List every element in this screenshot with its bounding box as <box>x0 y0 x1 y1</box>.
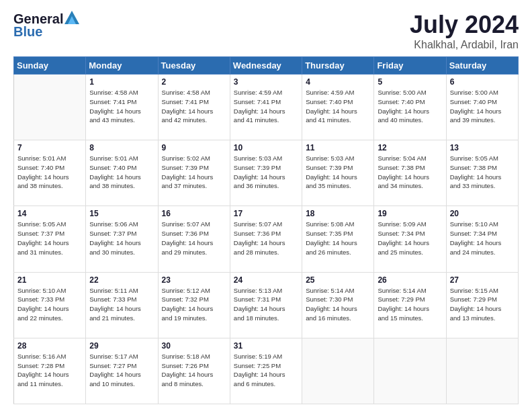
sunrise-label: Sunrise: 4:59 AM <box>234 89 282 96</box>
daylight-minutes: and 35 minutes. <box>306 182 351 189</box>
day-number: 10 <box>234 143 298 152</box>
daylight-minutes: and 30 minutes. <box>89 248 135 256</box>
calendar-week-0: 1Sunrise: 4:58 AMSunset: 7:41 PMDaylight… <box>14 75 519 140</box>
day-number: 16 <box>162 209 226 218</box>
calendar-body: 1Sunrise: 4:58 AMSunset: 7:41 PMDaylight… <box>14 75 519 404</box>
sunrise-label: Sunrise: 5:15 AM <box>450 287 498 294</box>
col-tuesday: Tuesday <box>158 57 230 75</box>
daylight-label: Daylight: 14 hours <box>378 239 429 246</box>
day-number: 31 <box>234 341 298 351</box>
daylight-label: Daylight: 14 hours <box>378 173 429 181</box>
sunrise-label: Sunrise: 5:05 AM <box>17 220 66 228</box>
day-number: 1 <box>89 77 154 87</box>
daylight-minutes: and 15 minutes. <box>378 314 423 322</box>
daylight-label: Daylight: 14 hours <box>306 107 357 115</box>
sunrise-label: Sunrise: 5:17 AM <box>89 353 138 360</box>
daylight-label: Daylight: 14 hours <box>89 173 141 181</box>
daylight-minutes: and 11 minutes. <box>17 380 63 387</box>
calendar-week-1: 7Sunrise: 5:01 AMSunset: 7:40 PMDaylight… <box>14 140 519 206</box>
calendar-cell: 2Sunrise: 4:58 AMSunset: 7:41 PMDaylight… <box>158 75 230 140</box>
day-info: Sunrise: 5:14 AMSunset: 7:29 PMDaylight:… <box>378 286 442 323</box>
calendar-cell: 12Sunrise: 5:04 AMSunset: 7:38 PMDayligh… <box>374 140 446 206</box>
daylight-label: Daylight: 14 hours <box>17 239 69 246</box>
daylight-label: Daylight: 14 hours <box>17 173 69 181</box>
day-number: 9 <box>162 143 226 152</box>
calendar-cell: 6Sunrise: 5:00 AMSunset: 7:40 PMDaylight… <box>446 75 518 140</box>
sunrise-label: Sunrise: 5:13 AM <box>234 287 282 294</box>
day-number: 26 <box>378 275 442 285</box>
sunrise-label: Sunrise: 5:06 AM <box>89 220 138 228</box>
day-info: Sunrise: 5:05 AMSunset: 7:37 PMDaylight:… <box>17 220 82 257</box>
day-number: 14 <box>17 209 82 218</box>
daylight-minutes: and 25 minutes. <box>378 248 423 256</box>
sunset-label: Sunset: 7:41 PM <box>162 98 209 105</box>
daylight-label: Daylight: 14 hours <box>162 239 214 246</box>
logo: General Blue <box>13 11 79 40</box>
daylight-minutes: and 22 minutes. <box>17 314 63 322</box>
daylight-minutes: and 24 minutes. <box>450 248 496 256</box>
sunrise-label: Sunrise: 5:01 AM <box>89 154 138 162</box>
calendar-week-3: 21Sunrise: 5:10 AMSunset: 7:33 PMDayligh… <box>14 272 519 338</box>
sunrise-label: Sunrise: 5:02 AM <box>162 154 210 162</box>
calendar-subtitle: Khalkhal, Ardabil, Iran <box>410 39 519 51</box>
calendar-cell: 30Sunrise: 5:18 AMSunset: 7:26 PMDayligh… <box>158 338 230 404</box>
sunset-label: Sunset: 7:40 PM <box>17 164 64 171</box>
calendar-cell: 13Sunrise: 5:05 AMSunset: 7:38 PMDayligh… <box>446 140 518 206</box>
sunrise-label: Sunrise: 5:03 AM <box>234 154 282 162</box>
day-info: Sunrise: 5:12 AMSunset: 7:32 PMDaylight:… <box>162 286 226 323</box>
sunrise-label: Sunrise: 5:08 AM <box>306 220 354 228</box>
calendar-cell: 1Sunrise: 4:58 AMSunset: 7:41 PMDaylight… <box>86 75 158 140</box>
daylight-label: Daylight: 14 hours <box>450 107 502 115</box>
daylight-minutes: and 43 minutes. <box>89 116 135 124</box>
sunrise-label: Sunrise: 5:05 AM <box>450 154 498 162</box>
sunset-label: Sunset: 7:34 PM <box>378 230 425 237</box>
calendar-cell: 4Sunrise: 4:59 AMSunset: 7:40 PMDaylight… <box>302 75 374 140</box>
daylight-label: Daylight: 14 hours <box>162 107 214 115</box>
day-number: 3 <box>234 77 298 87</box>
sunset-label: Sunset: 7:36 PM <box>162 230 209 237</box>
calendar-cell: 14Sunrise: 5:05 AMSunset: 7:37 PMDayligh… <box>14 206 86 272</box>
daylight-minutes: and 36 minutes. <box>234 182 279 189</box>
col-saturday: Saturday <box>446 57 518 75</box>
day-number: 8 <box>89 143 154 152</box>
day-info: Sunrise: 5:02 AMSunset: 7:39 PMDaylight:… <box>162 154 226 191</box>
sunset-label: Sunset: 7:27 PM <box>89 362 136 369</box>
day-info: Sunrise: 5:14 AMSunset: 7:30 PMDaylight:… <box>306 286 370 323</box>
calendar-cell: 24Sunrise: 5:13 AMSunset: 7:31 PMDayligh… <box>230 272 302 338</box>
calendar-cell: 9Sunrise: 5:02 AMSunset: 7:39 PMDaylight… <box>158 140 230 206</box>
sunrise-label: Sunrise: 4:58 AM <box>162 89 210 96</box>
sunrise-label: Sunrise: 5:01 AM <box>17 154 66 162</box>
calendar-week-4: 28Sunrise: 5:16 AMSunset: 7:28 PMDayligh… <box>14 338 519 404</box>
sunset-label: Sunset: 7:33 PM <box>89 295 136 303</box>
sunrise-label: Sunrise: 5:07 AM <box>162 220 210 228</box>
sunset-label: Sunset: 7:39 PM <box>234 164 281 171</box>
day-info: Sunrise: 4:58 AMSunset: 7:41 PMDaylight:… <box>89 88 154 125</box>
sunrise-label: Sunrise: 5:09 AM <box>378 220 426 228</box>
daylight-minutes: and 21 minutes. <box>89 314 135 322</box>
sunrise-label: Sunrise: 5:19 AM <box>234 353 282 360</box>
calendar-cell: 26Sunrise: 5:14 AMSunset: 7:29 PMDayligh… <box>374 272 446 338</box>
daylight-minutes: and 8 minutes. <box>162 380 204 387</box>
sunset-label: Sunset: 7:37 PM <box>17 230 64 237</box>
day-number: 17 <box>234 209 298 218</box>
sunset-label: Sunset: 7:29 PM <box>450 295 497 303</box>
daylight-label: Daylight: 14 hours <box>162 173 214 181</box>
col-thursday: Thursday <box>302 57 374 75</box>
daylight-minutes: and 40 minutes. <box>378 116 423 124</box>
sunrise-label: Sunrise: 5:10 AM <box>17 287 66 294</box>
day-number: 11 <box>306 143 370 152</box>
sunset-label: Sunset: 7:33 PM <box>17 295 64 303</box>
page: General Blue July 2024 Khalkhal, Ardabil… <box>0 0 532 411</box>
calendar-cell: 17Sunrise: 5:07 AMSunset: 7:36 PMDayligh… <box>230 206 302 272</box>
sunrise-label: Sunrise: 5:10 AM <box>450 220 498 228</box>
daylight-minutes: and 6 minutes. <box>234 380 275 387</box>
day-info: Sunrise: 5:00 AMSunset: 7:40 PMDaylight:… <box>378 88 442 125</box>
day-info: Sunrise: 5:05 AMSunset: 7:38 PMDaylight:… <box>450 154 515 191</box>
calendar-week-2: 14Sunrise: 5:05 AMSunset: 7:37 PMDayligh… <box>14 206 519 272</box>
calendar-cell: 28Sunrise: 5:16 AMSunset: 7:28 PMDayligh… <box>14 338 86 404</box>
daylight-minutes: and 18 minutes. <box>234 314 279 322</box>
day-info: Sunrise: 5:08 AMSunset: 7:35 PMDaylight:… <box>306 220 370 257</box>
daylight-label: Daylight: 14 hours <box>450 173 502 181</box>
daylight-label: Daylight: 14 hours <box>89 305 141 312</box>
sunset-label: Sunset: 7:38 PM <box>450 164 497 171</box>
